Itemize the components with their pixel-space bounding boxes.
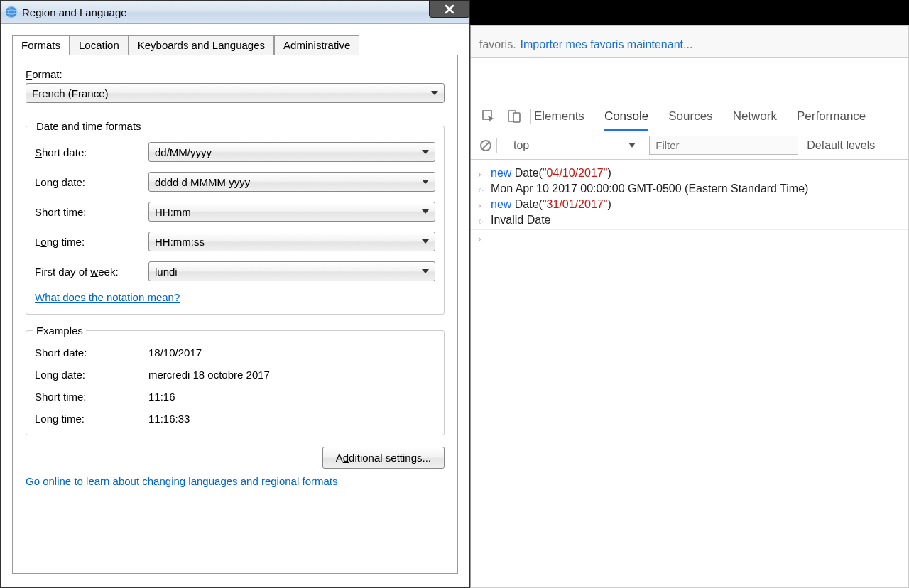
devtools-tab-performance[interactable]: Performance — [797, 109, 866, 124]
tab-panel-formats: Format: French (France) Date and time fo… — [12, 55, 458, 574]
ex-long-time-label: Long time: — [35, 413, 148, 425]
t: ) — [607, 198, 611, 210]
inspect-icon[interactable] — [482, 110, 495, 123]
format-label: Format: — [26, 68, 445, 80]
filter-input[interactable] — [649, 136, 798, 155]
close-icon — [445, 4, 454, 14]
value: top — [513, 139, 529, 152]
output-chevron-icon: ‹· — [478, 214, 491, 227]
long-date-dropdown[interactable]: dddd d MMMM yyyy — [148, 172, 435, 192]
value: HH:mm:ss — [155, 236, 205, 248]
globe-icon — [5, 6, 18, 18]
device-toggle-icon[interactable] — [508, 110, 521, 123]
chevron-down-icon — [422, 150, 429, 154]
value: dd/MM/yyyy — [155, 146, 212, 158]
first-day-label: First day of week: — [35, 266, 148, 278]
import-favorites-link[interactable]: Importer mes favoris maintenant... — [521, 38, 693, 51]
svg-rect-4 — [513, 113, 520, 122]
input-chevron-icon: › — [478, 198, 491, 211]
value: HH:mm — [155, 206, 191, 218]
tab-location[interactable]: Location — [70, 35, 129, 55]
format-value: French (France) — [32, 87, 109, 99]
ex-long-time-value: 11:16:33 — [148, 413, 190, 425]
kw: new — [491, 167, 511, 179]
go-online-link[interactable]: Go online to learn about changing langua… — [26, 475, 337, 487]
console-toolbar: top Default levels — [471, 131, 908, 160]
notation-link[interactable]: What does the notation mean? — [35, 291, 180, 303]
ex-short-date-label: Short date: — [35, 347, 148, 359]
devtools-tab-console[interactable]: Console — [604, 109, 648, 124]
fieldset-legend: Date and time formats — [33, 120, 144, 132]
examples-legend: Examples — [33, 325, 86, 337]
short-time-dropdown[interactable]: HH:mm — [148, 202, 435, 222]
devtools-tabbar: Elements Console Sources Network Perform… — [471, 102, 908, 131]
long-time-label: Long time: — [35, 236, 148, 248]
chevron-down-icon — [422, 239, 429, 244]
result: Invalid Date — [491, 214, 551, 227]
t: ) — [607, 167, 611, 179]
long-date-label: Long date: — [35, 176, 148, 188]
t: Date( — [511, 167, 543, 179]
console-line[interactable]: › new Date("04/10/2017") — [471, 165, 908, 181]
context-dropdown[interactable]: top — [508, 137, 641, 154]
console-prompt[interactable]: › — [471, 230, 908, 246]
ex-short-time-label: Short time: — [35, 391, 148, 403]
region-language-window: Region and Language Formats Location Key… — [0, 0, 470, 588]
prompt-chevron-icon: › — [478, 232, 491, 244]
bookmark-text: favoris. — [479, 38, 516, 51]
console-line[interactable]: ‹· Mon Apr 10 2017 00:00:00 GMT-0500 (Ea… — [471, 181, 908, 197]
additional-settings-button[interactable]: Additional settings... — [322, 447, 445, 469]
chevron-down-icon — [422, 180, 429, 184]
format-dropdown[interactable]: French (France) — [26, 83, 445, 103]
str: "04/10/2017" — [543, 167, 607, 179]
input-chevron-icon: › — [478, 167, 491, 180]
ex-long-date-value: mercredi 18 octobre 2017 — [148, 369, 270, 381]
bookmark-bar: favoris. Importer mes favoris maintenant… — [471, 26, 908, 58]
clear-console-icon[interactable] — [479, 139, 492, 152]
ex-short-date-value: 18/10/2017 — [148, 347, 202, 359]
short-date-dropdown[interactable]: dd/MM/yyyy — [148, 142, 435, 162]
short-date-label: Short date: — [35, 146, 148, 158]
close-button[interactable] — [429, 0, 470, 18]
kw: new — [491, 198, 511, 210]
devtools-tab-elements[interactable]: Elements — [534, 109, 584, 124]
dialog-title: Region and Language — [22, 6, 127, 18]
str: "31/01/2017" — [543, 198, 607, 210]
result: Mon Apr 10 2017 00:00:00 GMT-0500 (Easte… — [491, 183, 808, 195]
ex-long-date-label: Long date: — [35, 369, 148, 381]
svg-line-6 — [482, 142, 489, 149]
chevron-down-icon — [431, 91, 438, 95]
browser-window: favoris. Importer mes favoris maintenant… — [470, 25, 909, 588]
ex-short-time-value: 11:16 — [148, 391, 175, 403]
examples-group: Examples Short date:18/10/2017 Long date… — [26, 325, 445, 435]
first-day-dropdown[interactable]: lundi — [148, 261, 435, 281]
short-time-label: Short time: — [35, 206, 148, 218]
output-chevron-icon: ‹· — [478, 183, 491, 195]
log-levels-dropdown[interactable]: Default levels — [807, 139, 875, 152]
tab-formats[interactable]: Formats — [12, 35, 70, 55]
value: lundi — [155, 266, 178, 278]
chevron-down-icon — [422, 209, 429, 214]
console-line[interactable]: ‹· Invalid Date — [471, 212, 908, 230]
console-line[interactable]: › new Date("31/01/2017") — [471, 197, 908, 212]
devtools-tab-network[interactable]: Network — [733, 109, 777, 124]
devtools-tab-sources[interactable]: Sources — [668, 109, 712, 124]
tab-keyboards[interactable]: Keyboards and Languages — [129, 35, 274, 55]
tab-admin[interactable]: Administrative — [274, 35, 359, 55]
dialog-titlebar[interactable]: Region and Language — [1, 1, 469, 24]
date-time-formats-group: Date and time formats Short date: dd/MM/… — [26, 120, 445, 315]
chevron-down-icon — [422, 269, 429, 273]
value: dddd d MMMM yyyy — [155, 176, 250, 188]
tab-strip: Formats Location Keyboards and Languages… — [12, 34, 458, 55]
t: Date( — [511, 198, 543, 210]
console-output: › new Date("04/10/2017") ‹· Mon Apr 10 2… — [471, 160, 908, 251]
chevron-down-icon — [628, 143, 636, 148]
long-time-dropdown[interactable]: HH:mm:ss — [148, 232, 435, 251]
